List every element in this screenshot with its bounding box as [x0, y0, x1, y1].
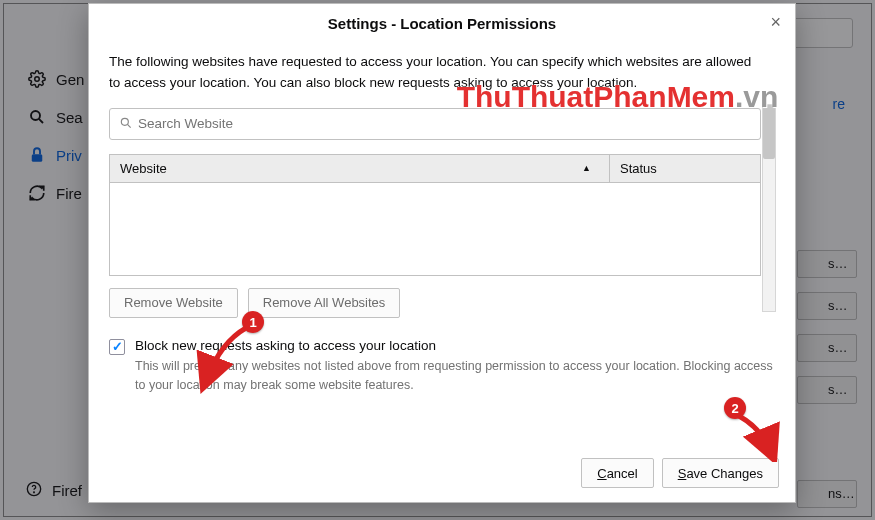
column-website[interactable]: Website ▲ [110, 155, 610, 182]
annotation-marker-2: 2 [724, 397, 746, 419]
close-button[interactable]: × [770, 12, 781, 33]
search-icon [119, 116, 133, 130]
block-checkbox-description: This will prevent any websites not liste… [135, 357, 779, 395]
svg-line-7 [127, 124, 130, 127]
search-website-wrap [109, 108, 761, 140]
dialog-body: The following websites have requested to… [109, 52, 779, 488]
search-website-input[interactable] [138, 109, 756, 139]
check-icon: ✓ [112, 339, 123, 354]
block-new-requests-row: ✓ Block new requests asking to access yo… [109, 338, 779, 395]
dialog-footer: Cancel Save Changes [581, 458, 779, 488]
block-new-requests-checkbox[interactable]: ✓ [109, 339, 125, 355]
column-website-label: Website [120, 161, 167, 176]
annotation-marker-1: 1 [242, 311, 264, 333]
dialog-description: The following websites have requested to… [109, 52, 779, 94]
table-header: Website ▲ Status [110, 155, 760, 183]
block-checkbox-content: Block new requests asking to access your… [135, 338, 779, 395]
website-table: Website ▲ Status [109, 154, 761, 276]
svg-point-6 [121, 118, 128, 125]
block-checkbox-label: Block new requests asking to access your… [135, 338, 779, 353]
cancel-mnemonic: C [597, 466, 606, 481]
remove-all-websites-button[interactable]: Remove All Websites [248, 288, 401, 318]
scrollbar-thumb[interactable] [763, 105, 775, 159]
dialog-title: Settings - Location Permissions [89, 4, 795, 43]
save-rest: ave Changes [686, 466, 763, 481]
cancel-rest: ancel [607, 466, 638, 481]
location-permissions-dialog: Settings - Location Permissions × The fo… [88, 3, 796, 503]
column-status[interactable]: Status [610, 161, 760, 176]
save-changes-button[interactable]: Save Changes [662, 458, 779, 488]
remove-buttons-row: Remove Website Remove All Websites [109, 288, 779, 318]
remove-website-button[interactable]: Remove Website [109, 288, 238, 318]
cancel-button[interactable]: Cancel [581, 458, 653, 488]
column-status-label: Status [620, 161, 657, 176]
dialog-scrollbar[interactable] [762, 104, 776, 312]
sort-caret-icon: ▲ [582, 163, 591, 173]
